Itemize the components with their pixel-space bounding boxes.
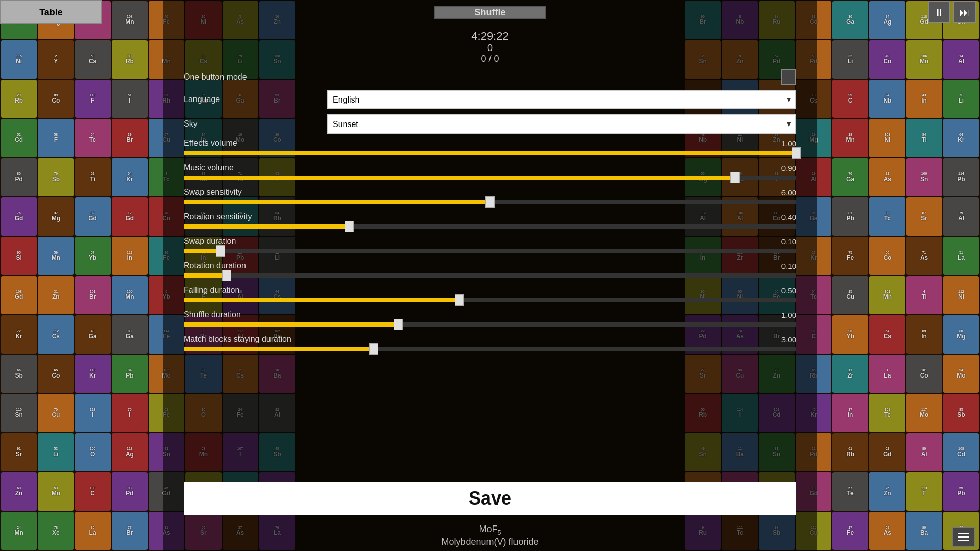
shuffle-duration-label: Shuffle duration — [184, 310, 327, 319]
sky-label: Sky — [184, 119, 327, 129]
language-control: English Spanish French German Japanese ▼ — [327, 90, 796, 109]
pause-icon: ⏸ — [934, 7, 944, 18]
effects-volume-value: 1.00 — [781, 139, 796, 148]
chem-formula: MoF5 — [479, 524, 501, 536]
match-blocks-label: Match blocks staying duration — [184, 335, 327, 344]
effects-volume-label: Effects volume — [184, 139, 327, 148]
effects-volume-track — [184, 148, 796, 158]
save-button[interactable]: Save — [184, 482, 796, 515]
falling-duration-value: 0.50 — [781, 286, 796, 295]
rotation-duration-slider-row: Rotation duration 0.10 — [184, 261, 796, 281]
top-right: ⏸ ⏭ — [806, 0, 980, 24]
swap-sensitivity-slider-row: Swap sensitivity 6.00 — [184, 188, 796, 207]
swap-sensitivity-track — [184, 197, 796, 207]
language-row: Language English Spanish French German J… — [184, 88, 796, 111]
swap-duration-label: Swap duration — [184, 237, 327, 246]
onebutton-control — [327, 69, 796, 85]
swap-duration-track — [184, 246, 796, 256]
language-dropdown-wrapper: English Spanish French German Japanese ▼ — [327, 90, 796, 109]
top-left: Table — [0, 0, 174, 24]
rotation-duration-label: Rotation duration — [184, 261, 327, 270]
pause-button[interactable]: ⏸ — [928, 1, 950, 23]
match-blocks-slider-row: Match blocks staying duration 3.00 — [184, 335, 796, 354]
swap-sensitivity-value: 6.00 — [781, 188, 796, 197]
falling-duration-label: Falling duration — [184, 286, 327, 295]
onebutton-checkbox[interactable] — [781, 69, 796, 85]
shuffle-duration-track — [184, 319, 796, 330]
sky-row: Sky Sunset Day Night Dawn ▼ — [184, 112, 796, 136]
timer-area: 4:29:22 0 0 / 0 — [184, 30, 796, 64]
music-volume-label: Music volume — [184, 163, 327, 172]
top-middle: Shuffle — [174, 0, 806, 24]
swap-duration-row: Swap duration 0.10 — [184, 235, 796, 258]
music-volume-track — [184, 172, 796, 183]
timer-display: 4:29:22 — [184, 30, 796, 43]
shuffle-button[interactable]: Shuffle — [434, 6, 546, 19]
music-volume-slider-row: Music volume 0.90 — [184, 163, 796, 183]
rotation-sensitivity-label: Rotation sensitivity — [184, 212, 327, 221]
shuffle-duration-row: Shuffle duration 1.00 — [184, 308, 796, 332]
rotation-duration-row: Rotation duration 0.10 — [184, 259, 796, 283]
rotation-duration-track — [184, 270, 796, 281]
effects-volume-slider-row: Effects volume 1.00 — [184, 139, 796, 158]
menu-icon — [958, 533, 969, 541]
settings-panel: 4:29:22 0 0 / 0 One button mode Language… — [174, 24, 806, 520]
swap-sensitivity-label: Swap sensitivity — [184, 188, 327, 197]
sky-control: Sunset Day Night Dawn ▼ — [327, 114, 796, 134]
match-blocks-track — [184, 344, 796, 354]
rotation-duration-value: 0.10 — [781, 262, 796, 270]
score-display: 0 — [184, 43, 796, 54]
rotation-sensitivity-slider-row: Rotation sensitivity 0.40 — [184, 212, 796, 232]
match-blocks-value: 3.00 — [781, 335, 796, 344]
shuffle-duration-slider-row: Shuffle duration 1.00 — [184, 310, 796, 330]
rotation-sensitivity-track — [184, 221, 796, 232]
language-select[interactable]: English Spanish French German Japanese — [327, 90, 796, 109]
table-button[interactable]: Table — [0, 0, 102, 24]
sky-dropdown-wrapper: Sunset Day Night Dawn ▼ — [327, 114, 796, 134]
score-fraction: 0 / 0 — [184, 54, 796, 64]
top-bar: Table Shuffle ⏸ ⏭ — [0, 0, 980, 24]
rotation-sensitivity-value: 0.40 — [781, 213, 796, 221]
skip-button[interactable]: ⏭ — [953, 1, 976, 23]
onebutton-label: One button mode — [184, 72, 327, 82]
chem-name: Molybdenum(V) fluoride — [441, 537, 538, 547]
swap-duration-slider-row: Swap duration 0.10 — [184, 237, 796, 256]
falling-duration-slider-row: Falling duration 0.50 — [184, 286, 796, 305]
music-volume-value: 0.90 — [781, 164, 796, 172]
swap-sensitivity-row: Swap sensitivity 6.00 — [184, 186, 796, 209]
settings-list: One button mode Language English Spanish… — [184, 67, 796, 478]
skip-icon: ⏭ — [960, 7, 970, 18]
music-volume-row: Music volume 0.90 — [184, 161, 796, 185]
shuffle-duration-value: 1.00 — [781, 311, 796, 319]
menu-button[interactable] — [952, 527, 975, 547]
match-blocks-row: Match blocks staying duration 3.00 — [184, 333, 796, 356]
language-label: Language — [184, 95, 327, 104]
swap-duration-value: 0.10 — [781, 237, 796, 246]
rotation-sensitivity-row: Rotation sensitivity 0.40 — [184, 210, 796, 234]
sky-select[interactable]: Sunset Day Night Dawn — [327, 114, 796, 134]
onebutton-row: One button mode — [184, 67, 796, 87]
effects-volume-row: Effects volume 1.00 — [184, 137, 796, 160]
bottom-info: MoF5 Molybdenum(V) fluoride — [0, 520, 980, 551]
falling-duration-track — [184, 295, 796, 305]
falling-duration-row: Falling duration 0.50 — [184, 284, 796, 307]
